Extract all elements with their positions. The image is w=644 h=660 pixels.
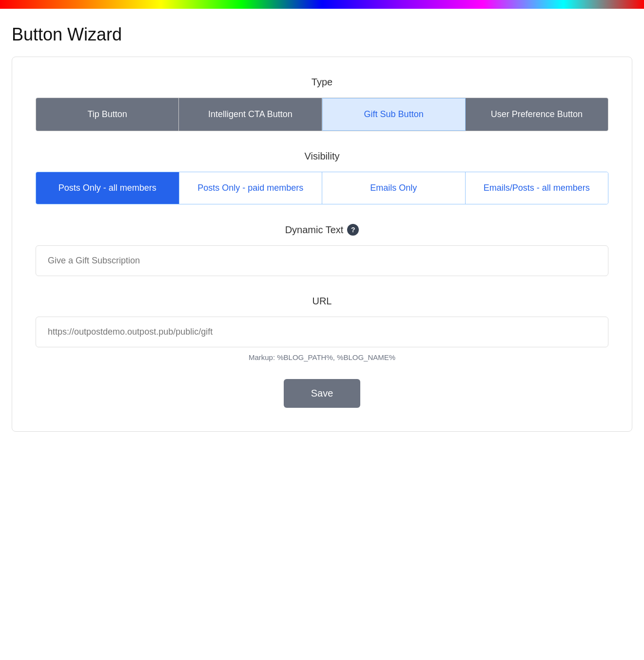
type-intelligent-cta-button[interactable]: Intelligent CTA Button: [179, 98, 322, 131]
visibility-posts-all[interactable]: Posts Only - all members: [36, 172, 179, 204]
type-gift-sub-button[interactable]: Gift Sub Button: [322, 98, 466, 131]
main-card: Type Tip Button Intelligent CTA Button G…: [12, 57, 632, 432]
save-button-wrap: Save: [36, 379, 608, 408]
type-tip-button[interactable]: Tip Button: [36, 98, 179, 131]
dynamic-text-help-icon[interactable]: ?: [347, 224, 359, 236]
visibility-emails-posts-all[interactable]: Emails/Posts - all members: [466, 172, 608, 204]
visibility-section-label: Visibility: [36, 151, 608, 162]
url-input[interactable]: [36, 317, 608, 347]
visibility-posts-paid[interactable]: Posts Only - paid members: [179, 172, 323, 204]
dynamic-text-section: Dynamic Text ?: [36, 224, 608, 236]
save-button[interactable]: Save: [284, 379, 361, 408]
rainbow-banner: [0, 0, 644, 9]
page-title: Button Wizard: [0, 9, 644, 57]
url-section-label: URL: [36, 296, 608, 307]
markup-hint: Markup: %BLOG_PATH%, %BLOG_NAME%: [36, 353, 608, 361]
dynamic-text-input[interactable]: [36, 245, 608, 276]
dynamic-text-label: Dynamic Text: [285, 224, 344, 236]
type-section-label: Type: [36, 77, 608, 88]
type-user-preference-button[interactable]: User Preference Button: [466, 98, 608, 131]
visibility-button-group: Posts Only - all members Posts Only - pa…: [36, 172, 608, 204]
visibility-emails-only[interactable]: Emails Only: [322, 172, 466, 204]
type-button-group: Tip Button Intelligent CTA Button Gift S…: [36, 98, 608, 131]
